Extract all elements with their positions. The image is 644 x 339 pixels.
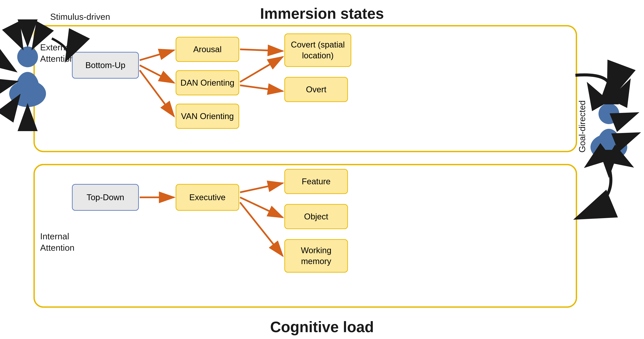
svg-point-15 <box>590 134 627 160</box>
node-feature: Feature <box>284 169 348 194</box>
svg-line-11 <box>12 97 18 107</box>
node-working-memory: Working memory <box>284 239 348 272</box>
node-van-orienting: VAN Orienting <box>176 104 239 129</box>
svg-line-23 <box>587 160 594 166</box>
node-top-down: Top-Down <box>72 184 139 211</box>
svg-line-18 <box>589 85 596 97</box>
svg-line-9 <box>7 65 14 70</box>
node-executive: Executive <box>176 184 239 211</box>
svg-line-20 <box>629 134 637 137</box>
title-immersion: Immersion states <box>260 5 384 22</box>
svg-line-16 <box>622 82 629 95</box>
node-covert: Covert (spatial location) <box>284 34 351 67</box>
svg-line-21 <box>622 160 630 166</box>
svg-point-13 <box>598 103 619 124</box>
node-object: Object <box>284 204 348 229</box>
svg-line-19 <box>627 114 636 117</box>
node-dan-orienting: DAN Orienting <box>176 70 239 95</box>
node-overt: Overt <box>284 77 348 102</box>
svg-point-14 <box>597 129 620 162</box>
svg-line-10 <box>8 82 15 84</box>
node-bottom-up: Bottom-Up <box>72 52 139 78</box>
main-container: Immersion states Cognitive load Stimulus… <box>0 0 644 339</box>
title-cognitive: Cognitive load <box>270 318 374 336</box>
label-stimulus-driven: Stimulus-driven <box>50 12 110 22</box>
node-arousal: Arousal <box>176 37 239 62</box>
svg-line-6 <box>14 30 22 47</box>
label-goal-directed: Goal-directed <box>577 100 587 152</box>
